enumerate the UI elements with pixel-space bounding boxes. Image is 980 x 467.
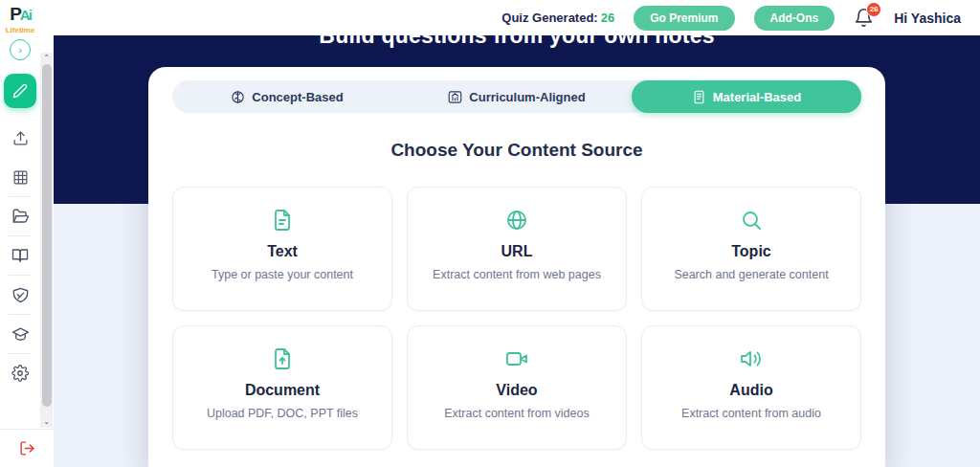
source-card-topic[interactable]: Topic Search and generate content	[641, 187, 861, 311]
source-title: Audio	[729, 382, 772, 399]
logout-icon	[19, 440, 35, 456]
sidebar-item-library[interactable]	[11, 246, 30, 265]
sidebar-item-partners[interactable]	[11, 285, 30, 304]
tab-label: Concept-Based	[252, 90, 343, 104]
notifications-button[interactable]: 26	[854, 8, 875, 29]
pencil-icon	[12, 83, 28, 99]
source-title: Document	[245, 382, 320, 399]
sidebar-scrollbar[interactable]: ⌃ ⌄	[40, 53, 53, 428]
sidebar-logout[interactable]	[0, 429, 54, 467]
text-icon	[270, 208, 295, 233]
source-title: Video	[496, 382, 537, 399]
source-card-video[interactable]: Video Extract content from videos	[407, 325, 627, 450]
page-title: Build questions from your own notes	[54, 35, 980, 49]
quiz-generated-counter: Quiz Generated:26	[501, 11, 614, 25]
video-icon	[504, 346, 529, 371]
scrollbar-thumb[interactable]	[42, 64, 52, 407]
user-greeting: Hi Yashica	[894, 11, 961, 26]
quiz-generated-count: 26	[601, 11, 614, 25]
source-description: Search and generate content	[674, 268, 828, 281]
source-card-text[interactable]: Text Type or paste your content	[172, 187, 392, 311]
tab-label: Curriculum-Aligned	[469, 90, 585, 104]
source-card-document[interactable]: Document Upload PDF, DOC, PPT files	[172, 325, 392, 450]
sidebar-divider	[9, 196, 32, 197]
plan-badge: Lifetime	[6, 26, 35, 34]
source-title: Text	[267, 243, 298, 260]
topic-icon	[739, 208, 764, 233]
tab-material-based[interactable]: Material-Based	[632, 80, 861, 113]
logo-letter-green: Ai	[20, 7, 31, 23]
sidebar-divider	[9, 235, 32, 236]
source-title: Topic	[731, 243, 770, 260]
go-premium-button[interactable]: Go Premium	[634, 6, 734, 31]
graduation-cap-icon	[11, 325, 30, 344]
handshake-icon	[11, 286, 30, 304]
notification-badge: 26	[866, 2, 881, 17]
school-icon	[448, 90, 462, 104]
logo-letter-dark: P	[10, 4, 20, 24]
audio-icon	[739, 346, 764, 371]
content-source-heading: Choose Your Content Source	[148, 140, 885, 161]
book-icon	[11, 247, 29, 264]
sidebar: PAi Lifetime ›	[0, 0, 54, 467]
url-icon	[504, 208, 529, 233]
sidebar-divider	[9, 314, 32, 315]
sidebar-item-create-quiz[interactable]	[4, 74, 36, 108]
source-description: Type or paste your content	[212, 268, 353, 281]
document-icon	[270, 346, 295, 371]
source-card-url[interactable]: URL Extract content from web pages	[407, 187, 627, 311]
sidebar-item-settings[interactable]	[11, 364, 30, 383]
sidebar-item-folder[interactable]	[11, 207, 30, 226]
sidebar-item-courses[interactable]	[11, 324, 30, 344]
sidebar-item-upload[interactable]	[11, 128, 30, 147]
source-title: URL	[501, 243, 533, 260]
scroll-up-icon[interactable]: ⌃	[40, 53, 53, 64]
scroll-down-icon[interactable]: ⌄	[40, 416, 53, 428]
sidebar-expand-button[interactable]: ›	[10, 39, 31, 60]
tab-curriculum-aligned[interactable]: Curriculum-Aligned	[402, 80, 632, 113]
folder-icon	[11, 208, 29, 225]
brain-icon	[231, 90, 245, 104]
gear-icon	[11, 365, 29, 382]
source-description: Extract content from web pages	[433, 268, 601, 281]
addons-button[interactable]: Add-Ons	[754, 6, 835, 31]
sidebar-divider	[9, 275, 32, 276]
source-description: Upload PDF, DOC, PPT files	[207, 407, 358, 420]
source-mode-tabs: Concept-Based Curriculum-Aligned Materia…	[172, 80, 861, 113]
grid-icon	[12, 169, 29, 186]
quiz-generated-label: Quiz Generated:	[501, 11, 597, 25]
tab-concept-based[interactable]: Concept-Based	[172, 80, 402, 113]
app-logo[interactable]: PAi	[10, 4, 31, 25]
source-description: Extract content from videos	[444, 407, 589, 420]
material-icon	[692, 90, 706, 104]
chevron-right-icon: ›	[18, 44, 22, 56]
source-card-audio[interactable]: Audio Extract content from audio	[641, 325, 861, 450]
upload-icon	[12, 130, 29, 146]
sidebar-item-grid[interactable]	[11, 167, 30, 187]
source-grid: Text Type or paste your content URL Extr…	[172, 187, 861, 450]
tab-label: Material-Based	[713, 90, 801, 104]
content-card: Concept-Based Curriculum-Aligned Materia…	[148, 67, 885, 467]
source-description: Extract content from audio	[681, 407, 821, 420]
sidebar-divider	[9, 353, 32, 354]
top-header: Quiz Generated:26 Go Premium Add-Ons 26 …	[54, 0, 980, 35]
